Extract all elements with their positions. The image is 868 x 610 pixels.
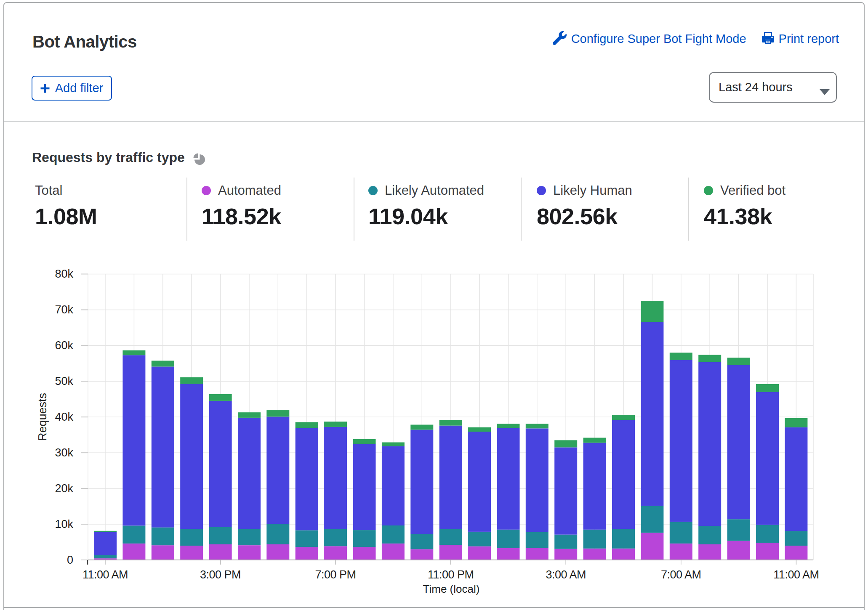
svg-text:80k: 80k — [55, 268, 73, 280]
svg-text:0: 0 — [67, 554, 73, 566]
svg-text:70k: 70k — [55, 303, 73, 316]
svg-text:11:00 PM: 11:00 PM — [428, 568, 474, 581]
svg-text:30k: 30k — [55, 446, 73, 459]
svg-text:50k: 50k — [55, 375, 73, 387]
svg-text:40k: 40k — [55, 411, 73, 423]
svg-text:7:00 AM: 7:00 AM — [661, 568, 701, 581]
svg-text:Time (local): Time (local) — [423, 583, 480, 595]
svg-text:3:00 PM: 3:00 PM — [200, 568, 241, 581]
svg-text:3:00 AM: 3:00 AM — [546, 568, 586, 581]
svg-text:Requests: Requests — [36, 393, 49, 441]
svg-text:10k: 10k — [55, 518, 73, 530]
svg-text:11:00 AM: 11:00 AM — [83, 568, 128, 581]
svg-text:7:00 PM: 7:00 PM — [315, 568, 356, 581]
svg-text:11:00 AM: 11:00 AM — [773, 568, 819, 581]
svg-text:20k: 20k — [55, 482, 73, 495]
svg-text:60k: 60k — [55, 339, 73, 352]
